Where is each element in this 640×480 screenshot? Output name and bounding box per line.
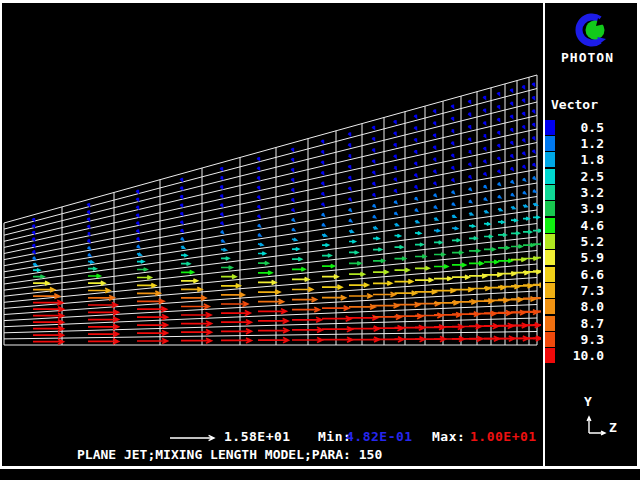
legend-swatch <box>545 218 555 233</box>
axis-indicator <box>587 417 605 435</box>
legend-swatch <box>545 316 555 331</box>
legend-swatch <box>545 201 555 216</box>
legend-entry: 8.7 <box>545 315 605 331</box>
photon-window: PHOTON Vector 0.51.21.82.53.23.94.65.25.… <box>0 0 640 480</box>
reference-arrow-value: 1.58E+01 <box>224 430 291 444</box>
legend-swatch <box>545 234 555 249</box>
plot-caption: PLANE JET;MIXING LENGTH MODEL;PARA: 150 <box>77 448 382 462</box>
legend-value: 8.0 <box>555 299 604 314</box>
legend-entry: 9.3 <box>545 331 605 347</box>
legend-value: 5.9 <box>555 250 604 265</box>
legend-value: 7.3 <box>555 283 604 298</box>
legend-entry: 5.2 <box>545 233 605 249</box>
legend-swatch <box>545 332 555 347</box>
legend-value: 3.9 <box>555 201 604 216</box>
legend-entry: 6.6 <box>545 266 605 282</box>
legend-swatch <box>545 267 555 282</box>
legend-value: 2.5 <box>555 169 604 184</box>
legend-value: 4.6 <box>555 218 604 233</box>
legend-entry: 0.5 <box>545 119 605 135</box>
legend-value: 10.0 <box>555 348 604 363</box>
photon-logo-icon <box>572 11 612 51</box>
legend-swatch <box>545 250 555 265</box>
legend-value: 6.6 <box>555 267 604 282</box>
legend-swatch <box>545 283 555 298</box>
legend-entry: 3.9 <box>545 201 605 217</box>
legend-entry: 7.3 <box>545 282 605 298</box>
legend-color-scale: 0.51.21.82.53.23.94.65.25.96.67.38.08.79… <box>545 119 605 364</box>
legend-value: 1.8 <box>555 152 604 167</box>
legend-swatch <box>545 299 555 314</box>
app-title: PHOTON <box>561 50 614 65</box>
legend-value: 5.2 <box>555 234 604 249</box>
legend-swatch <box>545 120 555 135</box>
legend-value: 8.7 <box>555 316 604 331</box>
legend-value: 3.2 <box>555 185 604 200</box>
legend-entry: 5.9 <box>545 250 605 266</box>
legend-entry: 3.2 <box>545 184 605 200</box>
legend-title: Vector <box>551 98 598 112</box>
legend-swatch <box>545 169 555 184</box>
mesh-grid <box>4 75 537 345</box>
legend-entry: 1.2 <box>545 135 605 151</box>
axis-y-label: Y <box>584 395 592 409</box>
legend-value: 0.5 <box>555 120 604 135</box>
velocity-vectors <box>32 83 563 345</box>
legend-entry: 4.6 <box>545 217 605 233</box>
min-value: 4.82E-01 <box>346 430 413 444</box>
max-label: Max: <box>432 430 465 444</box>
legend-swatch <box>545 136 555 151</box>
axis-z-label: Z <box>609 421 617 435</box>
legend-entry: 2.5 <box>545 168 605 184</box>
legend-swatch <box>545 185 555 200</box>
legend-entry: 1.8 <box>545 152 605 168</box>
legend-swatch <box>545 152 555 167</box>
legend-entry: 10.0 <box>545 348 605 364</box>
reference-arrow <box>170 435 214 440</box>
legend-swatch <box>545 348 555 363</box>
legend-value: 1.2 <box>555 136 604 151</box>
legend-value: 9.3 <box>555 332 604 347</box>
max-value: 1.00E+01 <box>470 430 537 444</box>
legend-entry: 8.0 <box>545 299 605 315</box>
vector-plot-canvas <box>0 0 640 480</box>
